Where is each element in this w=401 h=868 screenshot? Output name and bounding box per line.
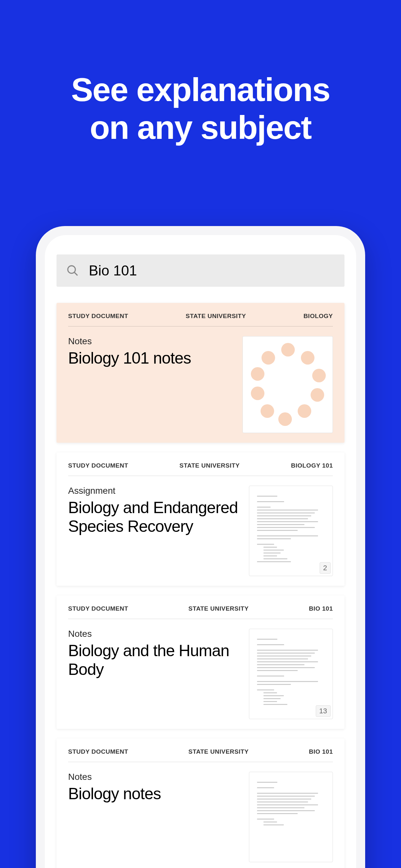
svg-line-1 xyxy=(74,272,78,275)
card-body: Assignment Biology and Endangered Specie… xyxy=(68,486,333,576)
doc-type: Notes xyxy=(68,629,243,639)
document-preview-icon xyxy=(249,486,333,574)
subject-label: BIO 101 xyxy=(309,605,333,612)
result-card[interactable]: STUDY DOCUMENT STATE UNIVERSITY BIO 101 … xyxy=(57,595,344,729)
result-card-featured[interactable]: STUDY DOCUMENT STATE UNIVERSITY BIOLOGY … xyxy=(57,303,344,443)
card-header: STUDY DOCUMENT STATE UNIVERSITY BIOLOGY xyxy=(68,313,333,327)
doc-label: STUDY DOCUMENT xyxy=(68,605,128,612)
university-label: STATE UNIVERSITY xyxy=(180,462,240,469)
doc-label: STUDY DOCUMENT xyxy=(68,313,128,320)
result-card[interactable]: STUDY DOCUMENT STATE UNIVERSITY BIOLOGY … xyxy=(57,453,344,586)
doc-thumbnail: 13 xyxy=(249,629,333,719)
subject-label: BIO 101 xyxy=(309,748,333,755)
doc-title: Biology notes xyxy=(68,785,243,803)
doc-type: Notes xyxy=(68,336,236,346)
cycle-diagram-icon xyxy=(243,337,333,433)
search-bar[interactable]: Bio 101 xyxy=(57,254,344,287)
hero-headline: See explanations on any subject xyxy=(0,0,401,147)
svg-point-0 xyxy=(68,266,75,273)
doc-label: STUDY DOCUMENT xyxy=(68,748,128,755)
card-body: Notes Biology and the Human Body xyxy=(68,629,333,719)
doc-thumbnail xyxy=(249,772,333,862)
doc-type: Notes xyxy=(68,772,243,782)
doc-title: Biology and the Human Body xyxy=(68,642,243,679)
search-icon xyxy=(66,264,80,278)
phone-screen: Bio 101 STUDY DOCUMENT STATE UNIVERSITY … xyxy=(45,235,356,868)
subject-label: BIOLOGY xyxy=(304,313,333,320)
doc-label: STUDY DOCUMENT xyxy=(68,462,128,469)
card-body: Notes Biology notes xyxy=(68,772,333,862)
page-count-badge: 13 xyxy=(316,705,331,717)
phone-device-frame: Bio 101 STUDY DOCUMENT STATE UNIVERSITY … xyxy=(36,226,365,868)
document-preview-icon xyxy=(249,629,333,717)
university-label: STATE UNIVERSITY xyxy=(189,748,249,755)
doc-type: Assignment xyxy=(68,486,243,496)
card-body: Notes Biology 101 notes xyxy=(68,336,333,433)
card-text: Notes Biology notes xyxy=(68,772,249,803)
hero-line-2: on any subject xyxy=(0,109,401,147)
document-preview-icon xyxy=(249,772,333,837)
card-text: Notes Biology 101 notes xyxy=(68,336,243,368)
doc-thumbnail: 2 xyxy=(249,486,333,576)
hero-line-1: See explanations xyxy=(0,71,401,109)
card-header: STUDY DOCUMENT STATE UNIVERSITY BIO 101 xyxy=(68,748,333,762)
card-header: STUDY DOCUMENT STATE UNIVERSITY BIOLOGY … xyxy=(68,462,333,476)
doc-title: Biology and Endangered Species Recovery xyxy=(68,499,243,536)
university-label: STATE UNIVERSITY xyxy=(186,313,246,320)
subject-label: BIOLOGY 101 xyxy=(291,462,333,469)
search-query: Bio 101 xyxy=(89,262,137,279)
doc-thumbnail xyxy=(243,336,333,433)
card-header: STUDY DOCUMENT STATE UNIVERSITY BIO 101 xyxy=(68,605,333,619)
card-text: Notes Biology and the Human Body xyxy=(68,629,249,679)
result-card[interactable]: STUDY DOCUMENT STATE UNIVERSITY BIO 101 … xyxy=(57,739,344,868)
page-count-badge: 2 xyxy=(320,562,331,574)
card-text: Assignment Biology and Endangered Specie… xyxy=(68,486,249,536)
university-label: STATE UNIVERSITY xyxy=(189,605,249,612)
doc-title: Biology 101 notes xyxy=(68,349,236,368)
